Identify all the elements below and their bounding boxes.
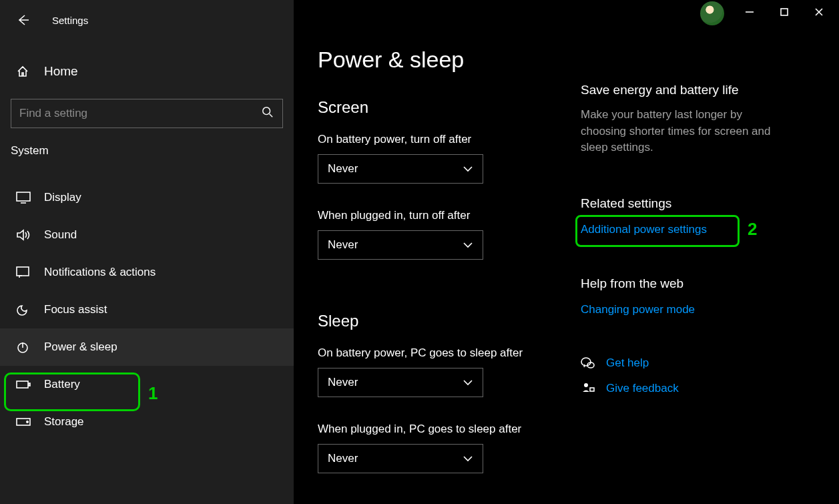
changing-power-mode-link[interactable]: Changing power mode [581, 303, 819, 316]
close-button[interactable] [804, 0, 834, 24]
sidebar-item-sound[interactable]: Sound [0, 216, 294, 254]
sidebar-item-home[interactable]: Home [0, 53, 294, 89]
screen-plugged-label: When plugged in, turn off after [318, 209, 581, 222]
svg-point-0 [263, 107, 270, 115]
dropdown-value: Never [328, 238, 358, 252]
sidebar-item-label: Focus assist [44, 303, 107, 316]
sidebar-item-battery[interactable]: Battery [0, 366, 294, 403]
annotation-number-2: 2 [748, 219, 757, 240]
arrow-left-icon [17, 13, 30, 27]
category-header: System [0, 128, 294, 163]
related-settings-heading: Related settings [581, 196, 819, 211]
annotation-number-1: 1 [148, 383, 158, 404]
focus-assist-icon [16, 303, 33, 316]
screen-battery-label: On battery power, turn off after [318, 133, 581, 146]
sidebar: Settings Home System Display Sound Notif… [0, 0, 294, 504]
minimize-icon [745, 7, 754, 17]
search-container [0, 99, 294, 128]
screen-battery-dropdown[interactable]: Never [318, 154, 483, 184]
sidebar-item-focus-assist[interactable]: Focus assist [0, 291, 294, 328]
display-icon [16, 192, 33, 204]
nav-list: Display Sound Notifications & actions Fo… [0, 179, 294, 441]
home-icon [16, 65, 33, 78]
search-icon [262, 106, 274, 121]
svg-point-7 [27, 421, 28, 423]
sidebar-item-label: Storage [44, 415, 84, 429]
dropdown-value: Never [328, 452, 358, 465]
chevron-down-icon [463, 455, 473, 462]
give-feedback-row[interactable]: Give feedback [581, 382, 819, 395]
sleep-battery-label: On battery power, PC goes to sleep after [318, 346, 581, 360]
section-heading-sleep: Sleep [318, 312, 581, 330]
avatar[interactable] [700, 1, 724, 25]
titlebar: Settings [0, 7, 294, 33]
sidebar-item-storage[interactable]: Storage [0, 403, 294, 441]
maximize-icon [780, 8, 788, 16]
svg-rect-4 [17, 381, 28, 388]
maximize-button[interactable] [770, 0, 799, 24]
dropdown-value: Never [328, 162, 358, 176]
sidebar-item-power-sleep[interactable]: Power & sleep [0, 328, 294, 366]
sidebar-item-label: Sound [44, 228, 77, 242]
help-from-web-heading: Help from the web [581, 276, 819, 291]
chevron-down-icon [463, 242, 473, 248]
sidebar-item-display[interactable]: Display [0, 179, 294, 216]
section-heading-screen: Screen [318, 98, 581, 117]
storage-icon [16, 417, 33, 427]
sleep-battery-dropdown[interactable]: Never [318, 368, 483, 397]
svg-point-8 [581, 358, 591, 366]
minimize-button[interactable] [735, 0, 764, 24]
svg-rect-11 [590, 388, 594, 391]
sound-icon [16, 228, 33, 242]
sidebar-item-notifications[interactable]: Notifications & actions [0, 254, 294, 291]
chevron-down-icon [463, 166, 473, 172]
window-controls [700, 0, 839, 27]
main-area: Power & sleep Screen On battery power, t… [294, 0, 839, 504]
sidebar-item-label: Battery [44, 378, 80, 391]
dropdown-value: Never [328, 376, 358, 389]
svg-rect-12 [781, 9, 788, 15]
search-input[interactable] [11, 99, 283, 128]
sidebar-item-label: Power & sleep [44, 340, 117, 354]
sleep-plugged-dropdown[interactable]: Never [318, 444, 483, 473]
battery-icon [16, 380, 33, 389]
get-help-row[interactable]: Get help [581, 356, 819, 370]
sleep-plugged-label: When plugged in, PC goes to sleep after [318, 423, 581, 436]
chat-help-icon [581, 356, 595, 370]
svg-point-10 [584, 383, 588, 387]
app-title: Settings [52, 15, 88, 26]
page-title: Power & sleep [318, 47, 581, 73]
back-button[interactable] [13, 10, 33, 30]
right-column: Save energy and battery life Make your b… [581, 0, 839, 504]
power-icon [16, 340, 33, 354]
svg-rect-2 [17, 267, 29, 276]
give-feedback-link[interactable]: Give feedback [606, 382, 679, 395]
close-icon [814, 7, 824, 17]
get-help-link[interactable]: Get help [606, 356, 649, 370]
chevron-down-icon [463, 379, 473, 386]
save-energy-text: Make your battery last longer by choosin… [581, 107, 788, 156]
svg-rect-5 [29, 383, 30, 386]
notifications-icon [16, 266, 33, 278]
home-label: Home [44, 64, 78, 79]
sidebar-item-label: Display [44, 191, 81, 204]
screen-plugged-dropdown[interactable]: Never [318, 230, 483, 260]
additional-power-settings-link[interactable]: Additional power settings [581, 223, 819, 236]
save-energy-heading: Save energy and battery life [581, 83, 819, 97]
sidebar-item-label: Notifications & actions [44, 266, 156, 279]
feedback-icon [581, 382, 595, 395]
svg-rect-1 [17, 192, 30, 201]
